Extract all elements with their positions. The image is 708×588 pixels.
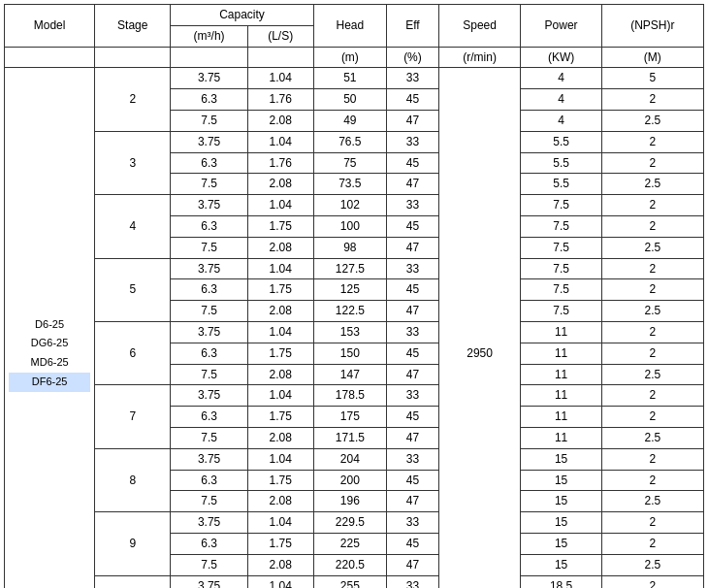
npsh-cell: 2 <box>601 407 703 428</box>
unit-speed-rmin: (r/min) <box>438 47 521 68</box>
npsh-cell: 2 <box>601 195 703 216</box>
capacity-m3-cell: 7.5 <box>171 491 247 512</box>
head-cell: 51 <box>313 68 387 89</box>
power-cell: 4 <box>521 68 601 89</box>
capacity-ls-cell: 1.76 <box>247 152 313 174</box>
capacity-ls-cell: 1.75 <box>247 470 313 491</box>
capacity-m3-cell: 3.75 <box>171 195 247 216</box>
capacity-m3-cell: 6.3 <box>171 215 247 237</box>
power-cell: 18.5 <box>521 575 601 588</box>
capacity-m3-cell: 3.75 <box>171 575 247 588</box>
eff-cell: 45 <box>387 152 439 174</box>
stage-cell: 5 <box>95 258 171 321</box>
npsh-cell: 2.5 <box>601 427 703 448</box>
eff-cell: 47 <box>387 491 439 512</box>
head-cell: 225 <box>313 533 387 554</box>
eff-cell: 33 <box>387 68 439 89</box>
capacity-ls-cell: 1.04 <box>247 195 313 216</box>
power-cell: 7.5 <box>521 279 601 301</box>
head-cell: 150 <box>313 343 387 364</box>
unit-power-kw: (KW) <box>521 47 601 68</box>
capacity-ls-cell: 1.75 <box>247 533 313 554</box>
npsh-cell: 2 <box>601 512 703 534</box>
head-cell: 229.5 <box>313 512 387 534</box>
capacity-m3-cell: 3.75 <box>171 131 247 152</box>
unit-stage <box>95 47 171 68</box>
capacity-m3-cell: 7.5 <box>171 364 247 385</box>
power-cell: 15 <box>521 533 601 554</box>
capacity-ls-cell: 2.08 <box>247 301 313 322</box>
capacity-ls-cell: 1.04 <box>247 448 313 470</box>
power-cell: 15 <box>521 448 601 470</box>
capacity-m3-cell: 6.3 <box>171 279 247 301</box>
unit-model <box>5 47 95 68</box>
power-cell: 11 <box>521 427 601 448</box>
capacity-ls-header: (L/S) <box>247 25 313 47</box>
eff-header: Eff <box>387 5 439 48</box>
head-cell: 204 <box>313 448 387 470</box>
npsh-cell: 2 <box>601 89 703 111</box>
capacity-ls-cell: 1.75 <box>247 279 313 301</box>
capacity-m3-cell: 3.75 <box>171 448 247 470</box>
capacity-m3-cell: 6.3 <box>171 89 247 111</box>
power-cell: 5.5 <box>521 174 601 195</box>
capacity-m3-cell: 7.5 <box>171 237 247 258</box>
eff-cell: 33 <box>387 321 439 343</box>
npsh-cell: 2 <box>601 258 703 279</box>
power-cell: 11 <box>521 321 601 343</box>
head-cell: 153 <box>313 321 387 343</box>
power-cell: 11 <box>521 385 601 407</box>
capacity-ls-cell: 1.75 <box>247 215 313 237</box>
eff-cell: 47 <box>387 174 439 195</box>
capacity-m3-cell: 7.5 <box>171 110 247 131</box>
eff-cell: 45 <box>387 215 439 237</box>
capacity-m3-cell: 6.3 <box>171 343 247 364</box>
power-header: Power <box>521 5 601 48</box>
eff-cell: 33 <box>387 575 439 588</box>
stage-cell: 10 <box>95 575 171 588</box>
capacity-m3-cell: 6.3 <box>171 407 247 428</box>
eff-cell: 47 <box>387 110 439 131</box>
npsh-cell: 2 <box>601 279 703 301</box>
eff-cell: 45 <box>387 533 439 554</box>
head-cell: 178.5 <box>313 385 387 407</box>
npsh-cell: 2.5 <box>601 301 703 322</box>
capacity-ls-cell: 1.04 <box>247 321 313 343</box>
stage-cell: 3 <box>95 131 171 194</box>
eff-cell: 45 <box>387 279 439 301</box>
head-cell: 76.5 <box>313 131 387 152</box>
npsh-cell: 2.5 <box>601 364 703 385</box>
eff-cell: 33 <box>387 385 439 407</box>
capacity-ls-cell: 2.08 <box>247 554 313 575</box>
capacity-ls-cell: 1.04 <box>247 68 313 89</box>
stage-cell: 4 <box>95 195 171 258</box>
power-cell: 7.5 <box>521 301 601 322</box>
npsh-cell: 2 <box>601 448 703 470</box>
eff-cell: 47 <box>387 554 439 575</box>
unit-head-m: (m) <box>313 47 387 68</box>
eff-cell: 47 <box>387 301 439 322</box>
capacity-ls-cell: 1.04 <box>247 131 313 152</box>
npsh-cell: 2.5 <box>601 110 703 131</box>
power-cell: 11 <box>521 343 601 364</box>
power-cell: 7.5 <box>521 237 601 258</box>
capacity-ls-cell: 2.08 <box>247 491 313 512</box>
npsh-cell: 2.5 <box>601 554 703 575</box>
head-cell: 175 <box>313 407 387 428</box>
npsh-cell: 2 <box>601 575 703 588</box>
capacity-m3-cell: 7.5 <box>171 174 247 195</box>
head-cell: 102 <box>313 195 387 216</box>
eff-cell: 45 <box>387 89 439 111</box>
power-cell: 7.5 <box>521 215 601 237</box>
stage-cell: 9 <box>95 512 171 575</box>
capacity-m3-cell: 6.3 <box>171 152 247 174</box>
npsh-cell: 2 <box>601 343 703 364</box>
capacity-ls-cell: 1.76 <box>247 89 313 111</box>
power-cell: 5.5 <box>521 152 601 174</box>
capacity-ls-cell: 2.08 <box>247 237 313 258</box>
capacity-header: Capacity <box>171 5 313 26</box>
head-cell: 147 <box>313 364 387 385</box>
stage-header: Stage <box>95 5 171 48</box>
head-header: Head <box>313 5 387 48</box>
head-cell: 49 <box>313 110 387 131</box>
